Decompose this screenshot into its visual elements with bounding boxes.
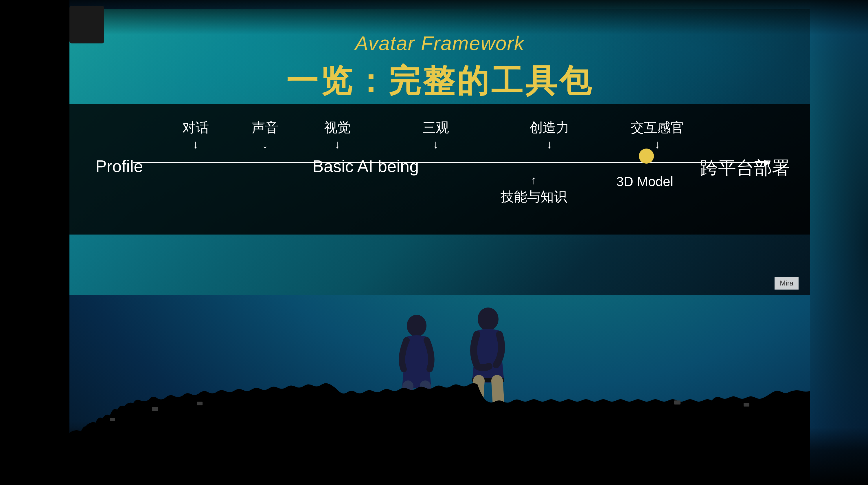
watermark-box: Mira: [775, 277, 799, 290]
above-label-chuangzaoli: 创造力 ↓: [529, 119, 569, 151]
label-cross-platform: 跨平台部署: [700, 156, 790, 180]
above-label-jiaohuganguan: 交互感官 ↓: [631, 119, 684, 151]
arrow-line: [133, 162, 770, 163]
stage-equipment: [69, 6, 104, 44]
svg-point-13: [694, 404, 707, 415]
svg-point-0: [407, 315, 427, 337]
label-basic-ai: Basic AI being: [312, 156, 419, 176]
vignette-bottom: [0, 427, 868, 485]
vignette-right: [810, 0, 868, 485]
title-area: Avatar Framework 一览：完整的工具包: [69, 32, 810, 103]
svg-point-16: [763, 398, 777, 410]
svg-point-1: [478, 308, 498, 331]
above-label-shengyin: 声音 ↓: [252, 119, 278, 151]
above-label-shijue: 视觉 ↓: [324, 119, 351, 151]
svg-rect-11: [197, 402, 203, 405]
above-label-duihua: 对话 ↓: [182, 119, 209, 151]
vignette-left: [0, 0, 69, 485]
svg-point-7: [175, 404, 189, 416]
scene: Avatar Framework 一览：完整的工具包 Profile Basic…: [0, 0, 868, 485]
svg-point-5: [129, 412, 143, 424]
diagram-container: Profile Basic AI being 跨平台部署 对话 ↓ 声音 ↓: [87, 107, 793, 232]
svg-rect-9: [110, 418, 115, 421]
svg-rect-10: [152, 407, 158, 411]
title-chinese: 一览：完整的工具包: [69, 60, 810, 103]
svg-point-17: [783, 396, 796, 407]
below-label-3d-model: 3D Model: [616, 174, 673, 189]
below-label-jineng: ↑ 技能与知识: [500, 174, 567, 206]
watermark-text: Mira: [780, 279, 793, 287]
svg-point-14: [716, 400, 730, 412]
svg-rect-19: [744, 403, 749, 406]
svg-rect-18: [674, 400, 681, 404]
presentation-screen: Avatar Framework 一览：完整的工具包 Profile Basic…: [69, 9, 810, 295]
arrow-line-container: [133, 162, 770, 163]
vignette-top: [0, 0, 868, 35]
above-label-sanguan: 三观 ↓: [423, 119, 449, 151]
title-english: Avatar Framework: [69, 32, 810, 54]
label-profile: Profile: [95, 156, 143, 176]
